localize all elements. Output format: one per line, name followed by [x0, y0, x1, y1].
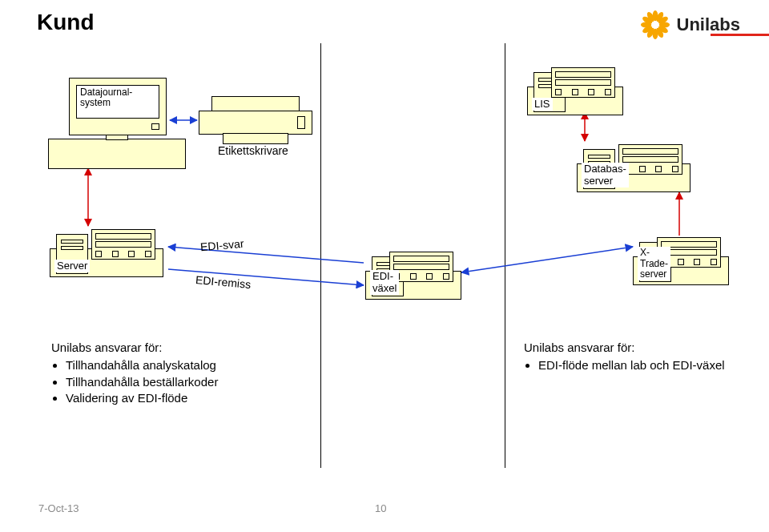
- server-left: Server: [50, 228, 162, 277]
- bullets-right: Unilabs ansvarar för: EDI-flöde mellan l…: [524, 340, 732, 374]
- lane-divider: [320, 43, 321, 468]
- brand-name: Unilabs: [677, 14, 740, 34]
- brand-logo-icon: [640, 10, 670, 40]
- printer: Etikettskrivare: [199, 96, 311, 144]
- server-left-label: Server: [54, 260, 90, 272]
- flow-edi-remiss: EDI-remiss: [195, 273, 251, 291]
- bullets-left-heading: Unilabs ansvarar för:: [51, 340, 308, 356]
- server-xtrade: X- Trade- server: [633, 236, 727, 285]
- flow-edi-svar: EDI-svar: [199, 237, 244, 254]
- server-edi-label: EDI- växel: [370, 270, 399, 295]
- bullets-right-heading: Unilabs ansvarar för:: [524, 340, 732, 356]
- bullets-left: Unilabs ansvarar för: Tillhandahålla ana…: [51, 340, 308, 406]
- svg-line-6: [168, 247, 364, 263]
- pc-datajournal: Datajournal- system: [48, 77, 184, 169]
- server-db-label: Databas- server: [582, 163, 629, 187]
- footer-date: 7-Oct-13: [38, 502, 79, 514]
- server-db: Databas- server: [577, 143, 689, 192]
- list-item: Validering av EDI-flöde: [66, 390, 308, 406]
- footer-page: 10: [375, 502, 386, 514]
- page-title: Kund: [37, 10, 95, 35]
- server-edi: EDI- växel: [365, 250, 460, 300]
- server-lis-label: LIS: [532, 98, 553, 111]
- list-item: Tillhandahålla analyskatalog: [66, 357, 308, 373]
- list-item: EDI-flöde mellan lab och EDI-växel: [538, 357, 732, 373]
- printer-label: Etikettskrivare: [218, 144, 288, 157]
- lane-divider: [505, 43, 505, 468]
- brand-underline: [711, 34, 769, 36]
- svg-line-5: [461, 247, 633, 272]
- server-lis: LIS: [527, 66, 622, 115]
- server-xtrade-label: X- Trade- server: [638, 247, 670, 280]
- brand: Unilabs: [640, 10, 740, 40]
- pc-label: Datajournal- system: [76, 85, 159, 119]
- list-item: Tillhandahålla beställarkoder: [66, 374, 308, 390]
